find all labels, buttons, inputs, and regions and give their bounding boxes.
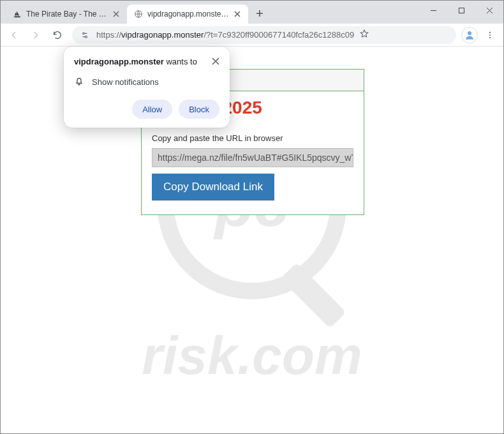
tab-vipdragonapp[interactable]: vipdragonapp.monster/?t=7c93 (127, 4, 248, 24)
instruction-text: Copy and paste the URL in browser (152, 133, 353, 143)
kebab-menu-icon[interactable] (480, 26, 500, 45)
url-scheme: https:// (96, 30, 121, 40)
svg-rect-1 (459, 8, 464, 13)
bell-icon (74, 76, 84, 88)
svg-point-3 (85, 36, 87, 38)
mega-url-field[interactable]: https://mega.nz/file/fn5wUaBT#G5IKL5pqsc… (152, 148, 353, 167)
profile-avatar[interactable] (461, 27, 478, 43)
reload-button[interactable] (48, 26, 67, 45)
svg-rect-10 (280, 262, 346, 328)
svg-point-4 (468, 31, 471, 35)
minimize-button[interactable] (419, 1, 447, 20)
prompt-origin: vipdragonapp.monster (74, 57, 164, 66)
tab-close-icon[interactable] (112, 10, 121, 19)
prompt-title: vipdragonapp.monster wants to (74, 57, 197, 66)
allow-button[interactable]: Allow (132, 100, 172, 119)
notification-permission-prompt: vipdragonapp.monster wants to Show notif… (64, 47, 230, 128)
permission-row: Show notifications (74, 76, 219, 88)
favicon-ship-icon (12, 9, 22, 19)
site-settings-icon[interactable] (78, 29, 91, 41)
prompt-wants-to: wants to (164, 57, 197, 66)
tab-strip: The Pirate Bay - The galaxy's m vipdrago… (1, 1, 503, 24)
svg-point-6 (489, 34, 491, 35)
url-path: /?t=7c9320ff9000677140fcfa26c1288c09 (204, 30, 354, 40)
tab-title: The Pirate Bay - The galaxy's m (26, 10, 108, 19)
prompt-close-icon[interactable] (212, 57, 219, 67)
favicon-globe-icon (133, 9, 144, 19)
toolbar: https://vipdragonapp.monster/?t=7c9320ff… (1, 24, 503, 47)
permission-label: Show notifications (92, 77, 159, 87)
bookmark-star-icon[interactable] (359, 29, 369, 41)
tab-title: vipdragonapp.monster/?t=7c93 (147, 10, 229, 19)
svg-point-7 (489, 37, 491, 38)
block-button[interactable]: Block (179, 100, 219, 119)
url-host: vipdragonapp.monster (121, 30, 204, 40)
svg-point-2 (83, 33, 85, 34)
url-text: https://vipdragonapp.monster/?t=7c9320ff… (96, 30, 354, 40)
back-button[interactable] (4, 26, 24, 45)
copy-download-link-button[interactable]: Copy Download Link (152, 174, 274, 200)
close-window-button[interactable] (475, 1, 503, 20)
new-tab-button[interactable] (251, 4, 269, 22)
tab-piratebay[interactable]: The Pirate Bay - The galaxy's m (6, 4, 127, 24)
svg-text:risk.com: risk.com (142, 326, 362, 385)
maximize-button[interactable] (447, 1, 475, 20)
address-bar[interactable]: https://vipdragonapp.monster/?t=7c9320ff… (72, 26, 456, 44)
window-controls (419, 1, 503, 20)
svg-point-5 (489, 31, 491, 33)
tab-close-icon[interactable] (233, 10, 242, 19)
forward-button[interactable] (26, 26, 45, 45)
